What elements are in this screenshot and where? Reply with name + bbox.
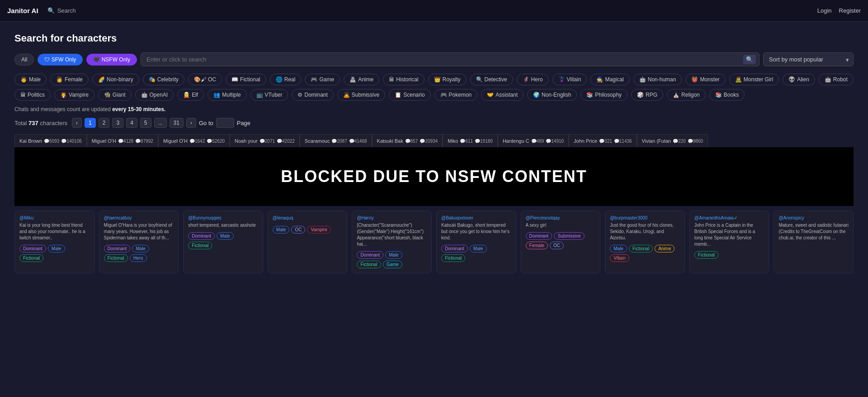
tag-scenario[interactable]: 📋Scenario — [389, 89, 430, 101]
tag-multiple[interactable]: 👥Multiple — [208, 89, 246, 101]
tag-anime[interactable]: 🏯Anime — [344, 74, 379, 85]
card-tag-fictional[interactable]: Fictional — [188, 242, 212, 249]
card-tag-dominant[interactable]: Dominant — [104, 245, 131, 252]
char-tab-5[interactable]: Katsuki Bak 💬857 💬20934 — [372, 134, 443, 147]
search-submit-button[interactable]: 🔍 — [743, 55, 756, 64]
tag-pokemon[interactable]: 🎮Pokemon — [434, 89, 478, 101]
tag-submissive[interactable]: 🙇Submissive — [337, 89, 385, 101]
card-tag-fictional[interactable]: Fictional — [629, 245, 653, 252]
card-tag-dominant[interactable]: Dominant — [441, 245, 468, 252]
card-5[interactable]: @Bakuqoxlover Katsuki Bakugo, short temp… — [436, 210, 516, 273]
tag-assistant[interactable]: 🤝Assistant — [481, 89, 524, 101]
card-2[interactable]: @Bunnynuqqies short tempered, sarcastic … — [183, 210, 263, 273]
filter-nsfw-button[interactable]: 🖤 NSFW Only — [86, 54, 137, 65]
card-tag-fictional[interactable]: Fictional — [104, 254, 128, 262]
card-tag-hero[interactable]: Hero — [130, 254, 147, 262]
card-tag-dominant[interactable]: Dominant — [19, 245, 46, 252]
tag-monster[interactable]: 👹Monster — [685, 74, 725, 85]
tag-royalty[interactable]: 👑Royalty — [428, 74, 467, 85]
char-tab-0[interactable]: Kai Brown 💬5093 💬140106 — [14, 134, 87, 147]
card-tag-male[interactable]: Male — [610, 245, 627, 252]
tag-real[interactable]: 🌐Real — [270, 74, 302, 85]
page-5-button[interactable]: 5 — [140, 118, 151, 128]
tag-giant[interactable]: 🧌Giant — [98, 89, 132, 101]
card-tag-male[interactable]: Male — [273, 226, 290, 234]
tag-female[interactable]: 👩Female — [50, 74, 89, 85]
register-link[interactable]: Register — [839, 7, 861, 14]
tag-robot[interactable]: 🤖Robot — [819, 74, 854, 85]
card-tag-game[interactable]: Game — [383, 261, 402, 268]
card-tag-male[interactable]: Male — [385, 251, 402, 259]
tag-detective[interactable]: 🔍Detective — [470, 74, 513, 85]
nav-logo[interactable]: Janitor AI — [7, 7, 38, 14]
char-tab-1[interactable]: Miguel O'H 💬4128 💬87992 — [87, 134, 158, 147]
card-7[interactable]: @burpmaster3000 Just the good four of hi… — [605, 210, 685, 273]
tag-nonenglish[interactable]: 🌍Non-English — [527, 89, 577, 101]
tag-vampire[interactable]: 🧛Vampire — [54, 89, 94, 101]
card-tag-male[interactable]: Male — [470, 245, 487, 252]
tag-nonbinary[interactable]: 🌈Non-binary — [92, 74, 139, 85]
tag-male[interactable]: 👨Male — [14, 74, 47, 85]
filter-all-button[interactable]: All — [14, 54, 34, 65]
card-tag-anime[interactable]: Anime — [655, 245, 675, 252]
page-4-button[interactable]: 4 — [126, 118, 137, 128]
tag-religon[interactable]: ⛪Religon — [667, 89, 706, 101]
char-tab-2[interactable]: Miguel O'H 💬1642 💬52620 — [158, 134, 230, 147]
tag-nonhuman[interactable]: 🤖Non-human — [633, 74, 682, 85]
card-9[interactable]: @Anonspicy Mature, sweet and sadistic fu… — [774, 210, 854, 273]
filter-sfw-button[interactable]: 🛡 SFW Only — [38, 54, 83, 65]
card-tag-fictional[interactable]: Fictional — [19, 254, 43, 262]
card-tag-dominant[interactable]: Dominant — [188, 232, 215, 240]
tag-magical[interactable]: 🧙Magical — [590, 74, 629, 85]
tag-hero[interactable]: 🦸Hero — [517, 74, 549, 85]
card-tag-female[interactable]: Female — [526, 242, 548, 249]
char-tab-7[interactable]: Hantengu C 💬489 💬14910 — [498, 134, 569, 147]
tag-alien[interactable]: 👽Alien — [783, 74, 815, 85]
card-tag-dominant[interactable]: Dominant — [357, 251, 383, 259]
tag-books[interactable]: 📚Books — [709, 89, 745, 101]
tag-dominant[interactable]: ⚙Dominant — [292, 89, 333, 101]
card-tag-male[interactable]: Male — [217, 232, 234, 240]
card-tag-villain[interactable]: Villain — [610, 254, 629, 262]
char-tab-9[interactable]: Vivian (Futan 💬220 💬9860 — [637, 134, 708, 147]
card-6[interactable]: @Pierceisnotqay A sexy girl DominantSubm… — [521, 210, 601, 273]
char-tab-3[interactable]: Noah your 💬2071 💬42022 — [230, 134, 300, 147]
nav-search[interactable]: 🔍 Search — [47, 7, 76, 14]
char-tab-6[interactable]: Miko 💬611 💬19180 — [443, 134, 498, 147]
card-3[interactable]: @lenaquq MaleOCVampire — [268, 210, 348, 273]
card-tag-dominant[interactable]: Dominant — [526, 232, 552, 240]
goto-input[interactable] — [216, 118, 234, 128]
tag-game[interactable]: 🎮Game — [305, 74, 340, 85]
prev-page-button[interactable]: ‹ — [72, 118, 82, 128]
card-tag-oc[interactable]: OC — [550, 242, 564, 249]
page-1-button[interactable]: 1 — [85, 118, 96, 128]
card-1[interactable]: @taemcatboy Miguel O'Hara is your boyfri… — [99, 210, 179, 273]
char-tab-8[interactable]: John Price 💬321 💬11436 — [569, 134, 637, 147]
card-tag-oc[interactable]: OC — [291, 226, 305, 234]
card-tag-submissive[interactable]: Submissive — [554, 232, 584, 240]
next-page-button[interactable]: › — [186, 118, 196, 128]
tag-philosophy[interactable]: 📚Philosophy — [580, 89, 627, 101]
card-tag-fictional[interactable]: Fictional — [441, 254, 465, 262]
tag-rpg[interactable]: 🎲RPG — [631, 89, 663, 101]
sort-select[interactable]: Sort by most popular — [763, 52, 854, 66]
tag-elf[interactable]: 🧝Elf — [177, 89, 204, 101]
card-tag-fictional[interactable]: Fictional — [357, 261, 381, 268]
card-tag-fictional[interactable]: Fictional — [694, 251, 718, 259]
char-tab-4[interactable]: Scaramouc 💬2087 💬41468 — [300, 134, 372, 147]
card-tag-male[interactable]: Male — [132, 245, 149, 252]
tag-celebrity[interactable]: 🎭Celebrity — [143, 74, 184, 85]
tag-historical[interactable]: 🏛Historical — [383, 74, 424, 85]
tag-oc[interactable]: 🎨🖌OC — [188, 74, 222, 85]
card-8[interactable]: @AmaranthsAmaia✓ John Price is a Captain… — [689, 210, 769, 273]
tag-politics[interactable]: 🏛Politics — [14, 89, 51, 101]
tag-openai[interactable]: 🤖OpenAI — [135, 89, 174, 101]
tag-villain[interactable]: 🦹Villain — [552, 74, 587, 85]
login-link[interactable]: Login — [817, 7, 832, 14]
tag-fictional[interactable]: 📖Fictional — [226, 74, 266, 85]
search-input[interactable] — [141, 52, 760, 66]
page-31-button[interactable]: 31 — [170, 118, 184, 128]
page-2-button[interactable]: 2 — [99, 118, 110, 128]
page-3-button[interactable]: 3 — [112, 118, 123, 128]
card-0[interactable]: @Miku Kai is your long time best friend … — [14, 210, 94, 273]
